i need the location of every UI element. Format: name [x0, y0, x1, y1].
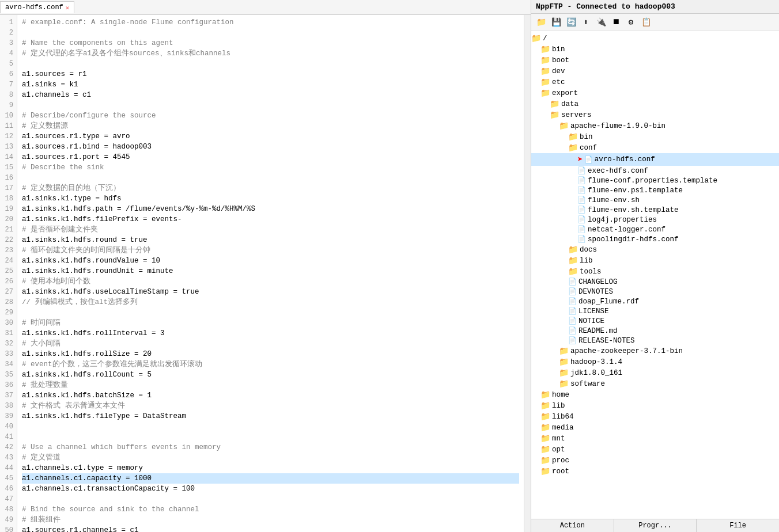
tree-item-apache-flume-1-9-0-bin[interactable]: 📁apache-flume-1.9.0-bin	[531, 120, 779, 131]
tree-item-etc[interactable]: 📁etc	[531, 77, 779, 88]
tree-label: dev	[552, 67, 565, 75]
tree-label: lib	[580, 257, 593, 265]
ftp-tool-connect2[interactable]: 🔌	[595, 16, 607, 28]
tree-item-spoolingdir-hdfs-conf[interactable]: 📄spoolingdir-hdfs.conf	[531, 234, 779, 244]
tree-item-opt[interactable]: 📁opt	[531, 444, 779, 455]
tree-item-mnt[interactable]: 📁mnt	[531, 433, 779, 444]
folder-icon: 📁	[540, 444, 550, 454]
tree-label: apache-flume-1.9.0-bin	[570, 122, 665, 130]
ftp-tool-log[interactable]: 📋	[640, 16, 652, 28]
code-line-1: # example.conf: A single-node Flume conf…	[22, 17, 519, 28]
tab-filename: avro-hdfs.conf	[5, 3, 63, 12]
tree-item-flume-env-ps1-template[interactable]: 📄flume-env.ps1.template	[531, 185, 779, 195]
folder-icon: 📁	[540, 66, 550, 76]
code-line-6: a1.sources = r1	[22, 69, 519, 79]
tree-item-doap-flume-rdf[interactable]: 📄doap_Flume.rdf	[531, 297, 779, 306]
code-line-10: # Describe/configure the source	[22, 111, 519, 121]
tree-item-dev[interactable]: 📁dev	[531, 66, 779, 77]
ftp-status-progress[interactable]: Progr...	[614, 519, 697, 532]
folder-icon: 📁	[559, 368, 569, 378]
tree-item--[interactable]: 📁/	[531, 33, 779, 44]
tree-item-jdk1-8-0-161[interactable]: 📁jdk1.8.0_161	[531, 367, 779, 378]
file-icon: 📄	[568, 297, 577, 306]
tree-item-flume-env-sh[interactable]: 📄flume-env.sh	[531, 195, 779, 205]
ftp-status-action[interactable]: Action	[531, 519, 614, 532]
ftp-tool-save[interactable]: 💾	[550, 16, 562, 28]
code-line-34: # event的个数，这三个参数谁先满足就出发循环滚动	[22, 359, 519, 370]
code-line-28: // 列编辑模式，按住alt选择多列	[22, 297, 519, 307]
editor-tab-bar: avro-hdfs.conf ✕	[0, 0, 531, 15]
editor-tab-item[interactable]: avro-hdfs.conf ✕	[0, 1, 74, 13]
tree-label: /	[543, 35, 547, 43]
ftp-status-file[interactable]: File	[697, 519, 779, 532]
tree-item-docs[interactable]: 📁docs	[531, 244, 779, 255]
vertical-scrollbar[interactable]	[524, 15, 531, 532]
ftp-toolbar: 📁 💾 🔄 ⬆ 🔌 ⏹ ⚙ 📋	[531, 14, 779, 31]
ftp-tool-upload[interactable]: ⬆	[580, 16, 592, 28]
tree-item-devnotes[interactable]: 📄DEVNOTES	[531, 287, 779, 297]
tree-item-release-notes[interactable]: 📄RELEASE-NOTES	[531, 336, 779, 345]
tree-label: apache-zookeeper-3.7.1-bin	[570, 347, 683, 355]
code-line-4: # 定义代理的名字a1及各个组件sources、sinks和channels	[22, 48, 519, 59]
code-line-15: # Describe the sink	[22, 162, 519, 173]
tree-label: flume-conf.properties.template	[588, 177, 717, 185]
tree-item-tools[interactable]: 📁tools	[531, 266, 779, 277]
tree-item-root[interactable]: 📁root	[531, 466, 779, 477]
folder-icon: 📁	[540, 44, 550, 54]
tree-label: docs	[580, 246, 597, 254]
code-line-14: a1.sources.r1.port = 4545	[22, 152, 519, 162]
tree-item-home[interactable]: 📁home	[531, 389, 779, 400]
tree-item-notice[interactable]: 📄NOTICE	[531, 316, 779, 326]
tree-item-apache-zookeeper-3-7-1-bin[interactable]: 📁apache-zookeeper-3.7.1-bin	[531, 345, 779, 356]
code-line-13: a1.sources.r1.bind = hadoop003	[22, 142, 519, 152]
code-line-25: a1.sinks.k1.hdfs.roundUnit = minute	[22, 266, 519, 276]
tree-item-avro-hdfs-conf[interactable]: ➤📄avro-hdfs.conf	[531, 153, 779, 166]
tree-item-export[interactable]: 📁export	[531, 88, 779, 98]
tree-label: NOTICE	[578, 317, 604, 325]
tree-item-bin[interactable]: 📁bin	[531, 44, 779, 55]
tree-item-log4j-properties[interactable]: 📄log4j.properties	[531, 215, 779, 225]
file-icon: 📄	[568, 326, 577, 335]
tree-item-license[interactable]: 📄LICENSE	[531, 306, 779, 316]
tree-item-exec-hdfs-conf[interactable]: 📄exec-hdfs.conf	[531, 166, 779, 176]
tree-item-boot[interactable]: 📁boot	[531, 55, 779, 66]
tree-label: bin	[552, 45, 565, 54]
tree-label: avro-hdfs.conf	[595, 155, 655, 164]
code-line-8: a1.channels = c1	[22, 90, 519, 100]
tree-label: software	[570, 380, 605, 388]
tree-item-proc[interactable]: 📁proc	[531, 455, 779, 466]
tree-item-netcat-logger-conf[interactable]: 📄netcat-logger.conf	[531, 225, 779, 234]
tree-item-changelog[interactable]: 📄CHANGELOG	[531, 277, 779, 287]
tree-item-flume-conf-properties-template[interactable]: 📄flume-conf.properties.template	[531, 176, 779, 185]
tree-item-lib[interactable]: 📁lib	[531, 255, 779, 266]
tree-item-servers[interactable]: 📁servers	[531, 109, 779, 120]
tree-item-readme-md[interactable]: 📄README.md	[531, 326, 779, 336]
ftp-tool-refresh[interactable]: 🔄	[565, 16, 577, 28]
tree-item-flume-env-sh-template[interactable]: 📄flume-env.sh.template	[531, 205, 779, 215]
ftp-tree[interactable]: 📁/📁bin📁boot📁dev📁etc📁export📁data📁servers📁…	[531, 31, 779, 519]
file-icon: 📄	[584, 155, 593, 164]
ftp-tool-stop[interactable]: ⏹	[610, 16, 622, 28]
code-area[interactable]: # example.conf: A single-node Flume conf…	[17, 15, 524, 532]
tree-item-media[interactable]: 📁media	[531, 422, 779, 433]
file-icon: 📄	[568, 307, 577, 316]
tree-label: etc	[552, 78, 565, 86]
file-icon: 📄	[577, 196, 586, 204]
code-line-42: # Use a channel which buffers events in …	[22, 442, 519, 453]
tree-item-bin[interactable]: 📁bin	[531, 131, 779, 142]
code-line-29	[22, 307, 519, 318]
tree-item-conf[interactable]: 📁conf	[531, 142, 779, 153]
tree-item-lib64[interactable]: 📁lib64	[531, 411, 779, 422]
code-line-7: a1.sinks = k1	[22, 79, 519, 90]
ftp-tool-connect[interactable]: 📁	[535, 16, 547, 28]
tab-close-button[interactable]: ✕	[66, 4, 70, 12]
tree-label: README.md	[578, 327, 618, 335]
tree-label: opt	[552, 446, 565, 454]
tree-item-lib[interactable]: 📁lib	[531, 400, 779, 411]
tree-item-software[interactable]: 📁software	[531, 378, 779, 389]
tree-label: home	[552, 391, 569, 399]
tree-item-hadoop-3-1-4[interactable]: 📁hadoop-3.1.4	[531, 356, 779, 367]
ftp-tool-settings[interactable]: ⚙	[625, 16, 637, 28]
folder-icon: 📁	[568, 143, 578, 153]
tree-item-data[interactable]: 📁data	[531, 98, 779, 109]
